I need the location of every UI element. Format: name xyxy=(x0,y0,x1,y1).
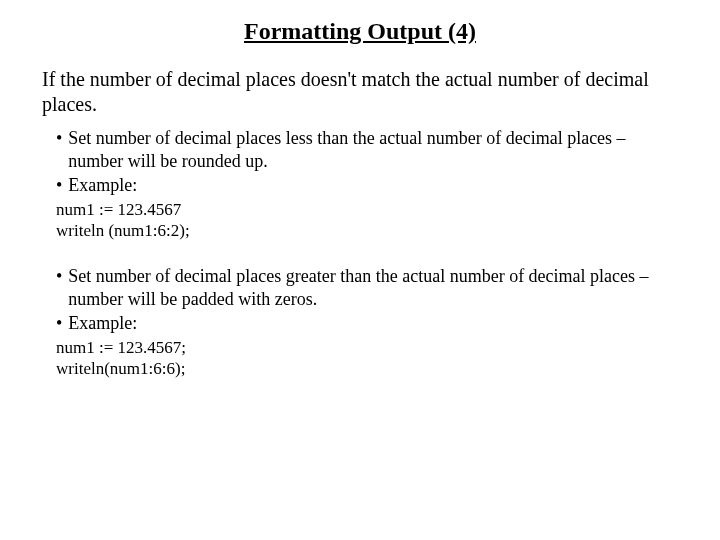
code-line: writeln(num1:6:6); xyxy=(56,358,678,379)
bullet-dot-icon: • xyxy=(56,265,62,310)
bullet-text: Set number of decimal places less than t… xyxy=(68,127,678,172)
bullet-text: Example: xyxy=(68,174,678,197)
spacer xyxy=(0,241,720,263)
bullet-text: Example: xyxy=(68,312,678,335)
bullet-text: Set number of decimal places greater tha… xyxy=(68,265,678,310)
bullet-dot-icon: • xyxy=(56,127,62,172)
intro-text: If the number of decimal places doesn't … xyxy=(42,67,678,117)
code-line: num1 := 123.4567; xyxy=(56,337,678,358)
bullet-dot-icon: • xyxy=(56,174,62,197)
bullet-item: • Set number of decimal places greater t… xyxy=(56,265,678,310)
bullet-item: • Example: xyxy=(56,312,678,335)
slide-title: Formatting Output (4) xyxy=(0,18,720,45)
bullet-dot-icon: • xyxy=(56,312,62,335)
slide: Formatting Output (4) If the number of d… xyxy=(0,18,720,540)
bullet-group-1: • Set number of decimal places less than… xyxy=(56,127,678,197)
bullet-item: • Set number of decimal places less than… xyxy=(56,127,678,172)
bullet-item: • Example: xyxy=(56,174,678,197)
code-line: writeln (num1:6:2); xyxy=(56,220,678,241)
bullet-group-2: • Set number of decimal places greater t… xyxy=(56,265,678,335)
code-line: num1 := 123.4567 xyxy=(56,199,678,220)
